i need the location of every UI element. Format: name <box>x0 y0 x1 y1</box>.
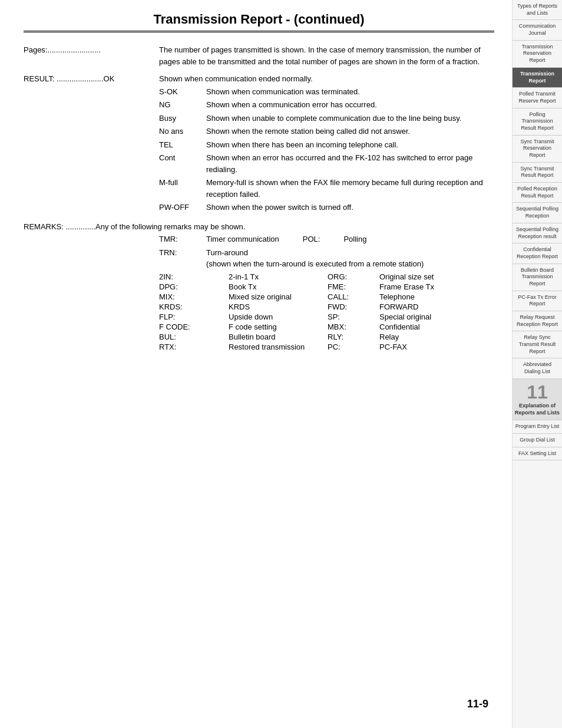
grid-org-desc: Original size set <box>379 272 485 281</box>
sidebar-item-abbreviated[interactable]: Abbreviated Dialing List <box>513 358 562 378</box>
sidebar-item-polling-tx[interactable]: Polling Transmission Result Report <box>513 108 562 136</box>
grid-2in-desc: 2-in-1 Tx <box>229 272 323 281</box>
remarks-grid: 2IN: 2-in-1 Tx ORG: Original size set DP… <box>159 272 494 351</box>
sidebar-item-bulletin[interactable]: Bulletin Board Transmission Report <box>513 264 562 291</box>
grid-rly-desc: Relay <box>379 332 485 341</box>
sidebar: Types of Reports and Lists Communication… <box>512 0 562 728</box>
sidebar-item-seq-polling[interactable]: Sequential Polling Reception <box>513 203 562 223</box>
remarks-body: TMR: Timer communication POL: Polling TR… <box>159 233 494 351</box>
grid-fme-desc: Frame Erase Tx <box>379 282 485 291</box>
grid-flp-desc: Upside down <box>229 312 323 321</box>
grid-pc-code: PC: <box>328 342 375 351</box>
result-busy: Busy Shown when unable to complete commu… <box>159 113 494 124</box>
sidebar-item-seq-polling-result[interactable]: Sequential Polling Reception result <box>513 223 562 243</box>
sidebar-item-polled-reception[interactable]: Polled Reception Result Report <box>513 183 562 203</box>
grid-call-code: CALL: <box>328 292 375 301</box>
grid-2in-code: 2IN: <box>159 272 224 281</box>
grid-call-desc: Telephone <box>379 292 485 301</box>
grid-pc-desc: PC-FAX <box>379 342 485 351</box>
sidebar-item-types[interactable]: Types of Reports and Lists <box>513 0 562 20</box>
grid-fcode-code: F CODE: <box>159 322 224 331</box>
result-pwoff: PW-OFF Shown when the power switch is tu… <box>159 202 494 213</box>
grid-mix-code: MIX: <box>159 292 224 301</box>
sidebar-item-transmission-report[interactable]: Transmission Report <box>513 68 562 88</box>
result-ng: NG Shown when a communication error has … <box>159 99 494 111</box>
result-entry: RESULT: ......................OK Shown w… <box>24 73 494 215</box>
sidebar-chapter-11: 11 Explanation of Reports and Lists <box>513 379 562 420</box>
grid-fme-code: FME: <box>328 282 375 291</box>
page-title: Transmission Report - (continued) <box>24 12 494 32</box>
sidebar-item-sync-reserve[interactable]: Sync Transmit Reservation Report <box>513 136 562 163</box>
grid-bul-desc: Bulletin board <box>229 332 323 341</box>
grid-krds-code: KRDS: <box>159 302 224 311</box>
grid-rtx-code: RTX: <box>159 342 224 351</box>
result-sub-entries: S-OK Shown when communication was termin… <box>159 86 494 213</box>
sidebar-item-comm-journal[interactable]: Communication Journal <box>513 20 562 40</box>
result-body: Shown when communication ended normally.… <box>159 73 494 215</box>
sidebar-item-fax-setting[interactable]: FAX Setting List <box>513 447 562 461</box>
result-tel: TEL Shown when there has been an incomin… <box>159 139 494 151</box>
sidebar-item-pc-fax[interactable]: PC-Fax Tx Error Report <box>513 291 562 311</box>
sidebar-item-confidential[interactable]: Confidential Reception Report <box>513 243 562 263</box>
sidebar-item-relay-sync[interactable]: Relay Sync Transmit Result Report <box>513 331 562 358</box>
grid-sp-desc: Special original <box>379 312 485 321</box>
grid-krds-desc: KRDS <box>229 302 323 311</box>
chapter-number: 11 <box>515 383 560 401</box>
grid-dpg-desc: Book Tx <box>229 282 323 291</box>
chapter-label: Explanation of Reports and Lists <box>515 403 560 416</box>
grid-mbx-code: MBX: <box>328 322 375 331</box>
remarks-label: REMARKS: ..............Any of the follow… <box>24 221 245 233</box>
grid-org-code: ORG: <box>328 272 375 281</box>
grid-mbx-desc: Confidential <box>379 322 485 331</box>
remarks-tmr: TMR: Timer communication POL: Polling <box>159 233 494 245</box>
grid-bul-code: BUL: <box>159 332 224 341</box>
sidebar-item-sync-result[interactable]: Sync Transmit Result Report <box>513 163 562 183</box>
sidebar-item-polled-transmit[interactable]: Polled Transmit Reserve Report <box>513 88 562 108</box>
sidebar-item-relay-request[interactable]: Relay Request Reception Report <box>513 311 562 331</box>
result-ok-desc: Shown when communication ended normally. <box>159 73 494 85</box>
remarks-entry: REMARKS: ..............Any of the follow… <box>24 221 494 233</box>
pages-entry: Pages:......................... The numb… <box>24 44 494 67</box>
grid-rtx-desc: Restored transmission <box>229 342 323 351</box>
result-mfull: M-full Memory-full is shown when the FAX… <box>159 177 494 200</box>
grid-mix-desc: Mixed size original <box>229 292 323 301</box>
grid-fwd-code: FWD: <box>328 302 375 311</box>
grid-fcode-desc: F code setting <box>229 322 323 331</box>
pages-label: Pages:......................... <box>24 44 159 67</box>
grid-rly-code: RLY: <box>328 332 375 341</box>
result-noans: No ans Shown when the remote station bei… <box>159 126 494 137</box>
result-label: RESULT: ......................OK <box>24 73 159 215</box>
pages-body: The number of pages transmitted is shown… <box>159 44 494 67</box>
result-cont: Cont Shown when an error has occurred an… <box>159 152 494 175</box>
remarks-trn: TRN: Turn-around(shown when the turn-aro… <box>159 247 494 270</box>
sidebar-item-program-entry[interactable]: Program Entry List <box>513 420 562 434</box>
grid-fwd-desc: FORWARD <box>379 302 485 311</box>
grid-flp-code: FLP: <box>159 312 224 321</box>
grid-dpg-code: DPG: <box>159 282 224 291</box>
main-content: Transmission Report - (continued) Pages:… <box>0 0 512 728</box>
sidebar-item-group-dial[interactable]: Group Dial List <box>513 434 562 447</box>
page-number: 11-9 <box>467 698 488 710</box>
grid-sp-code: SP: <box>328 312 375 321</box>
content-area: Pages:......................... The numb… <box>24 44 494 351</box>
sidebar-item-tx-reservation[interactable]: Transmission Reservation Report <box>513 41 562 68</box>
result-sok: S-OK Shown when communication was termin… <box>159 86 494 98</box>
